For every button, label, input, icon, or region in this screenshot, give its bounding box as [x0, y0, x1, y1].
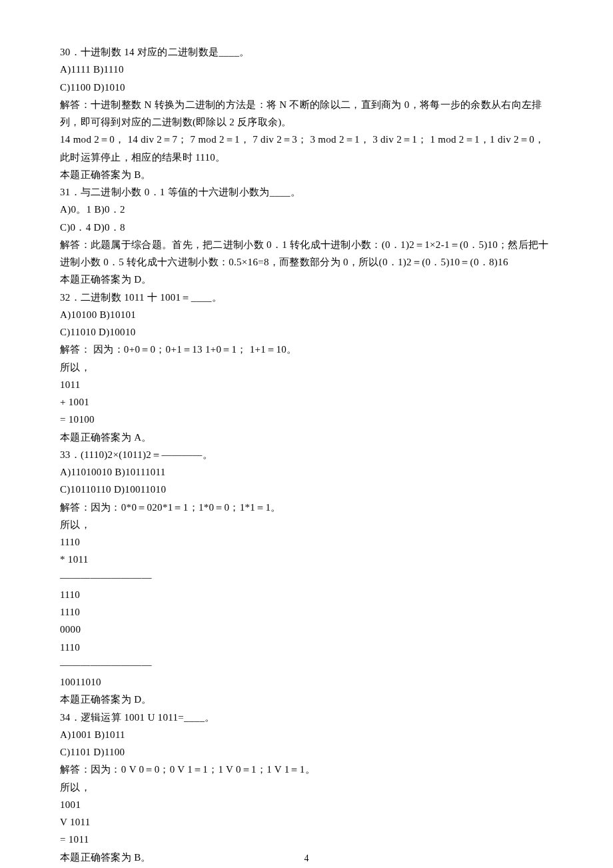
text-line: A)11010010 B)10111011 [60, 463, 553, 481]
text-line: 1110 [60, 639, 553, 656]
text-line: * 1011 [60, 551, 553, 568]
text-line: = 10100 [60, 411, 553, 428]
text-line: 所以， [60, 516, 553, 533]
text-line: C)1100 D)1010 [60, 79, 553, 96]
text-line: 本题正确答案为 D。 [60, 691, 553, 708]
text-line: A)10100 B)10101 [60, 306, 553, 323]
text-line: C)0．4 D)0．8 [60, 219, 553, 236]
text-line: 本题正确答案为 D。 [60, 271, 553, 288]
text-line: 所以， [60, 359, 553, 376]
text-line: 1011 [60, 376, 553, 393]
text-line: A)1001 B)1011 [60, 726, 553, 743]
text-line: 31．与二进制小数 0．1 等值的十六进制小数为____。 [60, 183, 553, 201]
text-line: 1001 [60, 796, 553, 813]
text-line: 1110 [60, 603, 553, 621]
text-line: C)1101 D)1100 [60, 743, 553, 761]
text-line: + 1001 [60, 393, 553, 411]
text-line: 0000 [60, 621, 553, 638]
text-line: ————————— [60, 656, 553, 673]
text-line: A)1111 B)1110 [60, 61, 553, 78]
text-line: 30．十进制数 14 对应的二进制数是____。 [60, 43, 553, 61]
text-line: A)0。1 B)0．2 [60, 201, 553, 218]
text-line: 33．(1110)2×(1011)2＝————。 [60, 446, 553, 463]
text-line: 所以， [60, 779, 553, 796]
text-line: 本题正确答案为 A。 [60, 429, 553, 446]
text-line: C)10110110 D)10011010 [60, 481, 553, 498]
text-line: 1110 [60, 586, 553, 603]
text-line: 解答：因为：0*0＝020*1＝1；1*0＝0；1*1＝1。 [60, 499, 553, 516]
text-line: 10011010 [60, 673, 553, 691]
text-line: 解答：因为：0 V 0＝0；0 V 1＝1；1 V 0＝1；1 V 1＝1。 [60, 761, 553, 778]
document-page: 30．十进制数 14 对应的二进制数是____。A)1111 B)1110C)1… [0, 0, 613, 868]
text-line: 解答：此题属于综合题。首先，把二进制小数 0．1 转化成十进制小数：(0．1)2… [60, 236, 553, 271]
text-line: ————————— [60, 569, 553, 586]
text-line: 34．逻辑运算 1001 U 1011=____。 [60, 709, 553, 726]
text-line: C)11010 D)10010 [60, 323, 553, 341]
text-line: 解答：十进制整数 N 转换为二进制的方法是：将 N 不断的除以二，直到商为 0，… [60, 96, 553, 131]
text-line: 14 mod 2＝0， 14 div 2＝7； 7 mod 2＝1， 7 div… [60, 131, 553, 166]
text-line: 1110 [60, 533, 553, 551]
text-line: 32．二进制数 1011 十 1001＝____。 [60, 289, 553, 306]
text-line: V 1011 [60, 813, 553, 831]
text-line: 解答： 因为：0+0＝0；0+1＝13 1+0＝1； 1+1＝10。 [60, 341, 553, 358]
document-body: 30．十进制数 14 对应的二进制数是____。A)1111 B)1110C)1… [60, 43, 553, 866]
text-line: 本题正确答案为 B。 [60, 166, 553, 183]
page-number: 4 [0, 851, 613, 867]
text-line: = 1011 [60, 831, 553, 848]
